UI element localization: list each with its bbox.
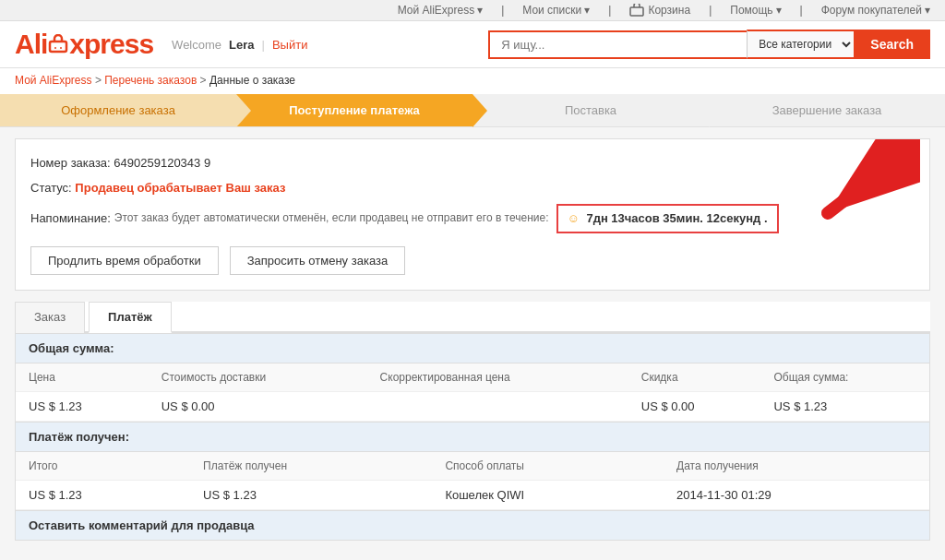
order-number-row: Номер заказа: 6490259120343 9 (30, 154, 915, 173)
separator: | (608, 4, 611, 17)
progress-arrow-2 (472, 94, 487, 127)
pay-col-method: Способ оплаты (432, 452, 664, 481)
col-delivery: Стоимость доставки (149, 363, 367, 392)
order-info-box: Номер заказа: 6490259120343 9 Статус: Пр… (15, 138, 930, 291)
cell-delivery: US $ 0.00 (149, 392, 367, 422)
svg-point-3 (60, 47, 62, 49)
payment-section-header: Платёж получен: (16, 423, 929, 452)
breadcrumb-link-1[interactable]: Мой AliExpress (15, 74, 92, 87)
total-table-header-row: Цена Стоимость доставки Скорректированна… (16, 363, 929, 392)
cart-nav[interactable]: Корзина (629, 4, 690, 17)
chevron-icon: ▾ (477, 4, 483, 17)
order-actions: Продлить время обработки Запросить отмен… (30, 246, 915, 275)
payment-section: Платёж получен: Итого Платёж получен Спо… (15, 423, 930, 511)
separator: | (501, 4, 504, 17)
progress-step-3: Поставка (472, 94, 709, 126)
col-adjusted: Скорректированная цена (367, 363, 628, 392)
tab-order[interactable]: Заказ (15, 302, 85, 333)
tabs: Заказ Платёж (15, 302, 930, 333)
svg-point-2 (54, 47, 56, 49)
col-price: Цена (16, 363, 149, 392)
chevron-icon: ▾ (925, 4, 930, 17)
total-table: Цена Стоимость доставки Скорректированна… (16, 363, 929, 422)
pay-col-total: Итого (16, 452, 190, 481)
payment-table-header-row: Итого Платёж получен Способ оплаты Дата … (16, 452, 929, 481)
progress-step-1: Оформление заказа (0, 94, 236, 126)
progress-arrow-3 (709, 94, 724, 127)
my-lists-nav[interactable]: Мои списки ▾ (522, 4, 590, 17)
order-status-row: Статус: Продавец обрабатывает Ваш заказ (30, 179, 915, 198)
order-reminder-row: Напоминание: Этот заказ будет автоматиче… (30, 204, 915, 234)
col-total: Общая сумма: (760, 363, 929, 392)
breadcrumb-sep-1: > (95, 74, 102, 87)
comment-label: Оставить комментарий для продавца (29, 518, 255, 532)
timer-value: 7дн 13часов 35мин. 12секунд . (586, 211, 767, 225)
breadcrumb: Мой AliExpress > Перечень заказов > Данн… (0, 68, 945, 94)
forum-nav[interactable]: Форум покупателей ▾ (821, 4, 930, 17)
main-content: Номер заказа: 6490259120343 9 Статус: Пр… (0, 127, 945, 552)
extend-time-button[interactable]: Продлить время обработки (30, 246, 219, 275)
progress-arrow-1 (236, 94, 251, 127)
cell-price: US $ 1.23 (16, 392, 149, 422)
search-area: Все категории Search (488, 30, 930, 59)
timer-box: ☺ 7дн 13часов 35мин. 12секунд . (556, 204, 779, 234)
logo-cart-icon (48, 34, 68, 54)
logout-link[interactable]: Выйти (272, 38, 308, 52)
separator: | (800, 4, 803, 17)
logo[interactable]: Ali xpress (15, 29, 153, 60)
col-discount: Скидка (628, 363, 761, 392)
search-input[interactable] (488, 30, 747, 59)
separator: | (709, 4, 712, 17)
cell-discount: US $ 0.00 (628, 392, 761, 422)
progress-step-2: Поступление платежа (236, 94, 472, 126)
pay-cell-date: 2014-11-30 01:29 (664, 481, 929, 510)
chevron-icon: ▾ (584, 4, 590, 17)
chevron-icon: ▾ (776, 4, 782, 17)
progress-step-4: Завершение заказа (709, 94, 945, 126)
total-section-header: Общая сумма: (16, 334, 929, 363)
pay-cell-total: US $ 1.23 (16, 481, 190, 510)
payment-table: Итого Платёж получен Способ оплаты Дата … (16, 452, 929, 510)
top-nav: Мой AliExpress ▾ | Мои списки ▾ | Корзин… (0, 0, 945, 21)
pay-cell-received: US $ 1.23 (190, 481, 432, 510)
help-nav[interactable]: Помощь ▾ (730, 4, 781, 17)
progress-bar: Оформление заказа Поступление платежа По… (0, 94, 945, 127)
breadcrumb-sep-2: > (200, 74, 207, 87)
comment-section: Оставить комментарий для продавца (15, 511, 930, 541)
cell-adjusted (367, 392, 628, 422)
cancel-order-button[interactable]: Запросить отмену заказа (230, 246, 405, 275)
svg-rect-0 (630, 7, 643, 16)
welcome-area: Welcome Lera | Выйти (172, 38, 307, 52)
pay-col-date: Дата получения (664, 452, 929, 481)
my-aliexpress-nav[interactable]: Мой AliExpress ▾ (398, 4, 484, 17)
cell-total: US $ 1.23 (760, 392, 929, 422)
table-row: US $ 1.23 US $ 0.00 US $ 0.00 US $ 1.23 (16, 392, 929, 422)
total-section: Общая сумма: Цена Стоимость доставки Ско… (15, 333, 930, 423)
search-button[interactable]: Search (854, 30, 930, 59)
pay-col-received: Платёж получен (190, 452, 432, 481)
main-header: Ali xpress Welcome Lera | Выйти Все кате… (0, 21, 945, 68)
breadcrumb-link-2[interactable]: Перечень заказов (104, 74, 197, 87)
tab-payment[interactable]: Платёж (89, 302, 172, 333)
svg-rect-1 (50, 42, 66, 52)
category-select[interactable]: Все категории (747, 30, 854, 59)
breadcrumb-current: Данные о заказе (209, 74, 295, 87)
pay-cell-method: Кошелек QIWI (432, 481, 664, 510)
table-row: US $ 1.23 US $ 1.23 Кошелек QIWI 2014-11… (16, 481, 929, 510)
cart-icon (629, 4, 644, 17)
timer-icon: ☺ (568, 211, 580, 225)
